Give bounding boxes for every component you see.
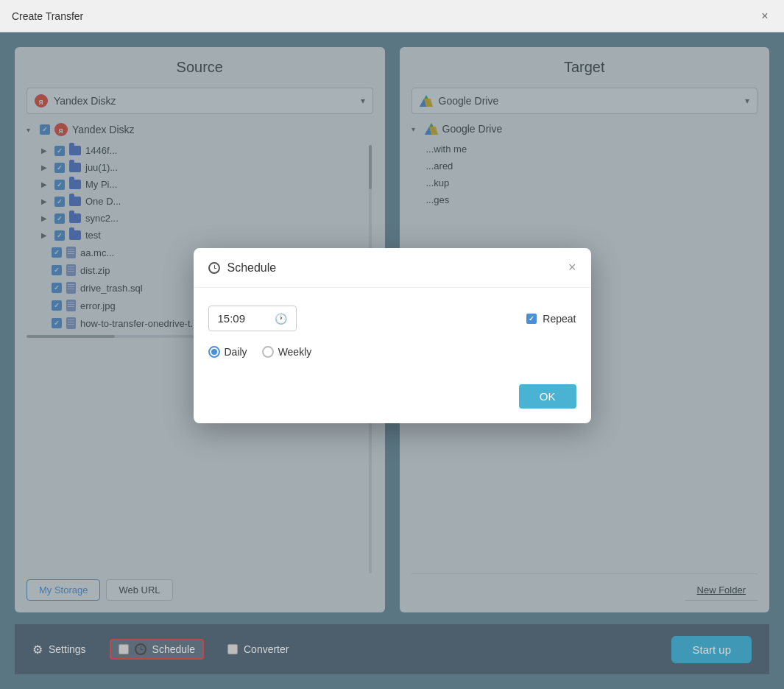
ok-button[interactable]: OK — [519, 384, 576, 409]
repeat-label: Repeat — [543, 313, 576, 325]
modal-header: Schedule × — [194, 248, 591, 288]
modal-title: Schedule — [227, 261, 277, 275]
modal-clock-icon — [208, 262, 220, 274]
modal-body: 15:09 🕐 Repeat Daily Weekly — [194, 288, 591, 375]
schedule-modal: Schedule × 15:09 🕐 Repeat Daily — [194, 248, 591, 423]
weekly-radio[interactable]: Weekly — [262, 346, 312, 358]
weekly-label: Weekly — [278, 346, 312, 358]
main-window: Create Transfer × Source я Yandex Diskz … — [0, 0, 784, 689]
repeat-checkbox[interactable] — [526, 314, 537, 324]
repeat-group: Repeat — [526, 313, 576, 325]
modal-time-row: 15:09 🕐 Repeat — [208, 305, 576, 331]
daily-label: Daily — [225, 346, 247, 358]
window-title: Create Transfer — [12, 10, 83, 22]
time-clock-icon: 🕐 — [275, 313, 287, 325]
modal-close-button[interactable]: × — [568, 260, 576, 275]
daily-radio[interactable]: Daily — [208, 346, 247, 358]
modal-footer: OK — [194, 375, 591, 423]
frequency-radio-group: Daily Weekly — [208, 346, 576, 358]
daily-radio-circle — [208, 346, 220, 358]
time-value: 15:09 — [218, 312, 269, 325]
weekly-radio-circle — [262, 346, 274, 358]
title-bar: Create Transfer × — [0, 0, 784, 32]
window-close-button[interactable]: × — [757, 9, 772, 24]
time-input-field[interactable]: 15:09 🕐 — [208, 305, 297, 331]
